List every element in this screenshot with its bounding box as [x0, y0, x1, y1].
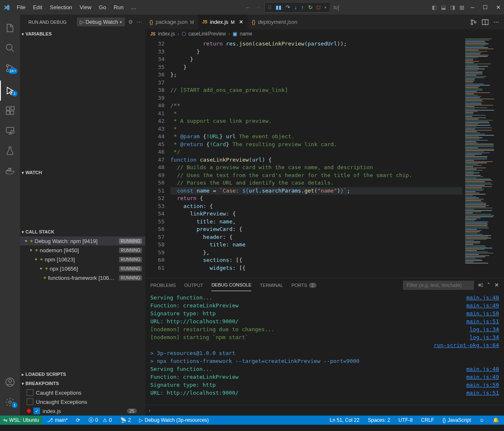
eol[interactable]: CRLF	[419, 417, 436, 423]
console-source-link[interactable]: log.js:34	[470, 333, 499, 341]
debug-target-dropdown-icon[interactable]: ▾	[324, 5, 327, 10]
search-icon[interactable]	[0, 38, 20, 58]
editor-tab[interactable]: {}package.jsonM	[145, 15, 198, 29]
bp-caught[interactable]: Caught Exceptions	[20, 388, 145, 397]
customize-layout-icon[interactable]: ▦	[459, 4, 464, 10]
menu-more[interactable]: …	[128, 3, 140, 12]
git-branch[interactable]: ⎇main*	[46, 417, 69, 423]
menu-file[interactable]: File	[13, 3, 29, 12]
remote-explorer-icon[interactable]	[0, 121, 20, 141]
menu-edit[interactable]: Edit	[30, 3, 46, 12]
bp-uncaught[interactable]: Uncaught Exceptions	[20, 397, 145, 406]
minimap[interactable]	[462, 38, 504, 278]
collapse-panel-icon[interactable]: ˄	[487, 282, 490, 288]
console-source-link[interactable]: main.js:50	[466, 381, 499, 389]
encoding[interactable]: UTF-8	[397, 417, 414, 423]
docker-icon[interactable]	[0, 161, 20, 181]
toggle-panel-right-icon[interactable]: ◨	[450, 4, 455, 10]
maximize-icon[interactable]: ☐	[483, 4, 488, 10]
editor-tab[interactable]: JSindex.jsM✕	[198, 15, 247, 29]
console-source-link[interactable]: main.js:49	[466, 302, 499, 309]
crumb[interactable]: caseLinkPreview	[188, 31, 226, 37]
tab-output[interactable]: OUTPUT	[184, 279, 203, 291]
extensions-icon[interactable]	[0, 101, 20, 121]
checkbox-icon[interactable]	[27, 398, 33, 405]
step-into-icon[interactable]: ↓	[294, 4, 297, 10]
console-source-link[interactable]: run-script-pkg.js:64	[433, 341, 499, 349]
debug-status[interactable]: ▷Debug Watch (3p-resources)	[137, 417, 210, 423]
section-variables[interactable]: ▾Variables	[20, 29, 145, 38]
gear-icon[interactable]: ⚙	[128, 19, 133, 25]
more-actions-icon[interactable]: ⋯	[494, 19, 499, 25]
stop-icon[interactable]: □	[317, 4, 320, 10]
toggle-panel-left-icon[interactable]: ◧	[432, 4, 437, 10]
drag-handle-icon[interactable]: ⁝⁝	[268, 4, 271, 10]
crumb[interactable]: name	[240, 31, 252, 37]
start-debug-icon[interactable]: ▷	[80, 19, 84, 25]
language-mode[interactable]: {}JavaScript	[441, 417, 473, 423]
console-input[interactable]: ›	[145, 405, 504, 416]
console-filter-input[interactable]	[403, 281, 474, 290]
accounts-icon[interactable]	[0, 372, 20, 392]
more-icon[interactable]: ⋯	[137, 19, 142, 25]
tab-ports[interactable]: PORTS2	[291, 279, 317, 291]
chevron-down-icon[interactable]: ▾	[38, 266, 43, 271]
cursor-position[interactable]: Ln 51, Col 22	[328, 417, 361, 423]
editor-tab[interactable]: {}deployment.json	[248, 15, 301, 29]
tab-problems[interactable]: PROBLEMS	[150, 279, 176, 291]
section-breakpoints[interactable]: ▾Breakpoints	[20, 379, 145, 388]
nav-forward-icon[interactable]: →	[256, 4, 261, 10]
split-editor-icon[interactable]	[482, 19, 489, 25]
debug-console[interactable]: Serving function...main.js:48Function: c…	[145, 292, 504, 405]
section-loaded-scripts[interactable]: ▸Loaded Scripts	[20, 370, 145, 379]
debug-config-selector[interactable]: ▷ Debug Watch ▾	[77, 18, 125, 26]
menu-view[interactable]: View	[76, 3, 95, 12]
callstack-row[interactable]: ▾⌖npx [10656]RUNNING	[20, 264, 145, 273]
console-source-link[interactable]: main.js:48	[466, 365, 499, 373]
menu-selection[interactable]: Selection	[46, 3, 75, 12]
git-sync[interactable]: ⟳	[74, 417, 82, 423]
console-source-link[interactable]: main.js:50	[466, 309, 499, 317]
step-over-icon[interactable]: ↷	[286, 4, 290, 10]
compare-changes-icon[interactable]	[470, 19, 477, 25]
console-source-link[interactable]: log.js:34	[470, 325, 499, 333]
tab-debug-console[interactable]: DEBUG CONSOLE	[211, 279, 251, 291]
crumb[interactable]: index.js	[158, 31, 175, 37]
console-source-link[interactable]: main.js:51	[466, 389, 499, 397]
nav-back-icon[interactable]: ←	[245, 4, 251, 10]
pause-icon[interactable]: ▮▮	[276, 4, 281, 10]
explorer-icon[interactable]	[0, 18, 20, 38]
remote-indicator[interactable]: ⇋WSL: Ubuntu	[0, 416, 42, 425]
callstack-row[interactable]: ⌖functions-framework [106…RUNNING	[20, 273, 145, 282]
chevron-down-icon[interactable]: ▾	[23, 239, 28, 243]
close-tab-icon[interactable]: ✕	[239, 19, 243, 25]
callstack-row[interactable]: ▾⌖npm [10623]RUNNING	[20, 255, 145, 264]
clear-console-icon[interactable]: ≡⃠	[478, 282, 483, 288]
settings-gear-icon[interactable]: 1	[0, 392, 20, 412]
step-out-icon[interactable]: ↑	[301, 4, 304, 10]
close-panel-icon[interactable]: ✕	[494, 282, 499, 288]
checkbox-icon[interactable]: ✓	[33, 408, 40, 414]
menu-go[interactable]: Go	[96, 3, 109, 12]
toggle-panel-bottom-icon[interactable]: ⬓	[441, 4, 446, 10]
restart-icon[interactable]: ↻	[308, 4, 313, 10]
feedback-icon[interactable]: ☺	[478, 417, 486, 423]
section-callstack[interactable]: ▾Call Stack	[20, 227, 145, 236]
minimize-icon[interactable]: ─	[471, 4, 474, 10]
callstack-row[interactable]: ▾⌖Debug Watch: npm [9419]RUNNING	[20, 236, 145, 246]
menu-run[interactable]: Run	[110, 3, 127, 12]
chevron-down-icon[interactable]: ▾	[28, 248, 33, 252]
problems-indicator[interactable]: ⓧ0 ⚠0	[87, 417, 114, 424]
editor[interactable]: 3233343536373839404142434445464748495051…	[145, 38, 504, 278]
ports-indicator[interactable]: 📡2	[119, 417, 133, 423]
console-source-link[interactable]: main.js:49	[466, 373, 499, 381]
callstack-row[interactable]: ▾⌖nodemon [9450]RUNNING	[20, 246, 145, 255]
code-area[interactable]: return res.json(caseLinkPreview(parsedUr…	[170, 38, 462, 278]
breadcrumbs[interactable]: JS index.js › ⬡ caseLinkPreview › ▣ name	[145, 29, 504, 38]
console-source-link[interactable]: main.js:51	[466, 317, 499, 325]
indentation[interactable]: Spaces: 2	[366, 417, 392, 423]
section-watch[interactable]: ▾Watch	[20, 168, 145, 177]
source-control-icon[interactable]: 1K+	[0, 58, 20, 78]
chevron-down-icon[interactable]: ▾	[33, 257, 38, 261]
console-source-link[interactable]: main.js:48	[466, 294, 499, 302]
